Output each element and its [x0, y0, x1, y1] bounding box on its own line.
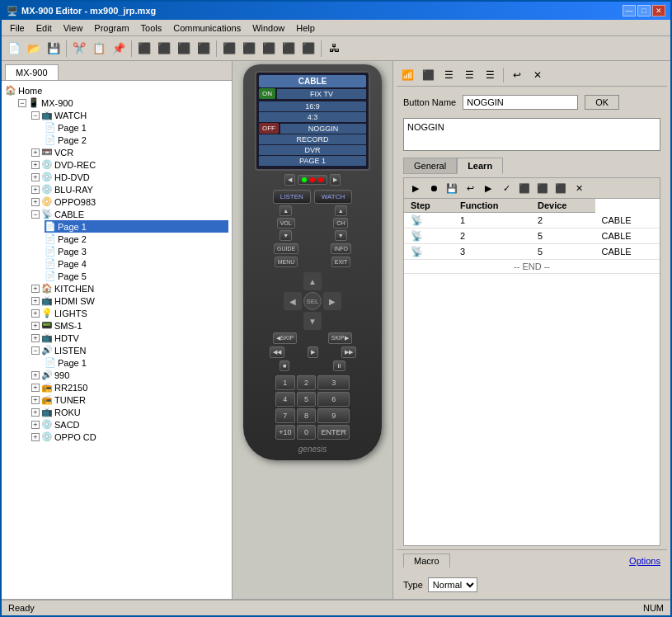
tree-cable-p2[interactable]: 📄 Page 2: [45, 233, 228, 245]
toolbar-b9[interactable]: ⬛: [299, 40, 317, 58]
expand-vcr[interactable]: +: [31, 148, 40, 157]
toolbar-b8[interactable]: ⬛: [280, 40, 298, 58]
toolbar-paste[interactable]: 📌: [110, 40, 128, 58]
expand-kitchen[interactable]: +: [31, 285, 40, 293]
button-name-input[interactable]: [463, 95, 578, 110]
remote-ff[interactable]: ▶▶: [341, 346, 356, 358]
expand-sacd[interactable]: +: [31, 421, 40, 429]
menu-view[interactable]: View: [59, 22, 88, 34]
expand-sms1[interactable]: +: [31, 322, 40, 330]
steps-play[interactable]: ▶: [407, 180, 424, 196]
menu-program[interactable]: Program: [89, 22, 134, 34]
remote-43[interactable]: 4:3: [259, 112, 366, 122]
toolbar-b7[interactable]: ⬛: [260, 40, 278, 58]
remote-num5[interactable]: 5: [297, 392, 317, 407]
expand-rr2150[interactable]: +: [31, 384, 40, 392]
tree-cable-p4[interactable]: 📄 Page 4: [45, 257, 228, 270]
expand-listen[interactable]: −: [31, 346, 40, 355]
tree-990[interactable]: + 🔊 990: [31, 369, 228, 381]
remote-noggin[interactable]: NOGGIN: [280, 124, 366, 134]
menu-file[interactable]: File: [5, 22, 30, 34]
tab-general[interactable]: General: [403, 158, 457, 174]
type-select[interactable]: Normal Toggle Macro: [428, 577, 477, 592]
remote-pause[interactable]: ⏸: [333, 360, 345, 371]
remote-exit[interactable]: EXIT: [331, 257, 351, 267]
remote-listen-btn[interactable]: LISTEN: [273, 190, 311, 204]
remote-num-enter[interactable]: ENTER: [317, 425, 350, 440]
tree-listen-p1[interactable]: 📄 Page 1: [45, 356, 228, 369]
expand-bluray[interactable]: +: [31, 186, 40, 194]
rt-b4[interactable]: ☰: [481, 66, 499, 84]
remote-watch-btn[interactable]: WATCH: [314, 190, 352, 204]
minimize-button[interactable]: —: [623, 5, 636, 16]
steps-b2[interactable]: ▶: [480, 180, 496, 196]
remote-page-next[interactable]: ▶: [330, 174, 341, 186]
steps-record[interactable]: ⏺: [425, 180, 442, 196]
expand-lights[interactable]: +: [31, 309, 40, 318]
remote-menu[interactable]: MENU: [275, 257, 298, 267]
rt-b1[interactable]: ⬛: [419, 66, 437, 84]
remote-skip-fwd[interactable]: SKIP▶: [328, 332, 352, 344]
tree-watch[interactable]: − 📺 WATCH: [31, 109, 228, 121]
menu-help[interactable]: Help: [291, 22, 320, 34]
remote-fixtv[interactable]: FIX TV: [277, 89, 366, 99]
macro-tab[interactable]: Macro: [403, 553, 450, 568]
toolbar-save[interactable]: 💾: [45, 40, 63, 58]
remote-info[interactable]: INFO: [331, 243, 351, 254]
menu-edit[interactable]: Edit: [31, 22, 57, 34]
table-row[interactable]: 📡 3 5 CABLE: [404, 244, 660, 260]
tree-hddvd[interactable]: + 💿 HD-DVD: [31, 171, 228, 183]
remote-dpad-select[interactable]: SEL: [303, 292, 322, 310]
remote-rew[interactable]: ◀◀: [270, 346, 284, 358]
rt-close[interactable]: ✕: [529, 66, 547, 84]
remote-screen-cable[interactable]: CABLE: [259, 75, 366, 87]
rt-wifi[interactable]: 📶: [398, 66, 416, 84]
remote-dpad-right[interactable]: ▶: [323, 292, 341, 310]
table-row[interactable]: 📡 1 2 CABLE: [404, 213, 660, 228]
menu-communications[interactable]: Communications: [168, 22, 246, 34]
toolbar-b1[interactable]: ⬛: [135, 40, 153, 58]
toolbar-copy[interactable]: 📋: [90, 40, 108, 58]
tree-hdmisw[interactable]: + 📺 HDMI SW: [31, 294, 228, 307]
remote-vol-down[interactable]: ▼: [280, 230, 292, 241]
tree-rr2150[interactable]: + 📻 RR2150: [31, 381, 228, 393]
tree-cable-p5[interactable]: 📄 Page 5: [45, 270, 228, 282]
tree-bluray[interactable]: + 💿 BLU-RAY: [31, 183, 228, 195]
remote-dpad-up[interactable]: ▲: [303, 272, 322, 290]
tree-lights[interactable]: + 💡 LIGHTS: [31, 307, 228, 319]
tree-watch-p2[interactable]: 📄 Page 2: [45, 134, 228, 146]
expand-hddvd[interactable]: +: [31, 173, 40, 181]
remote-off-btn[interactable]: OFF: [259, 123, 279, 134]
rt-b2[interactable]: ☰: [439, 66, 458, 84]
remote-dpad-down[interactable]: ▼: [303, 312, 322, 330]
remote-vol-up[interactable]: ▲: [280, 205, 292, 216]
tree-cable-p1[interactable]: 📄 Page 1: [45, 220, 228, 233]
remote-num6[interactable]: 6: [317, 392, 350, 407]
remote-play[interactable]: ▶: [308, 346, 318, 358]
tree-vcr[interactable]: + 📼 VCR: [31, 146, 228, 158]
tree-home[interactable]: 🏠 Home: [5, 84, 228, 97]
tree-watch-p1[interactable]: 📄 Page 1: [45, 121, 228, 134]
remote-dpad-left[interactable]: ◀: [284, 292, 302, 310]
toolbar-b10[interactable]: 🖧: [325, 40, 343, 58]
steps-b3[interactable]: ✓: [498, 180, 515, 196]
remote-on-btn[interactable]: ON: [259, 88, 275, 99]
remote-stop[interactable]: ■: [280, 360, 289, 371]
remote-ch-down[interactable]: ▼: [335, 230, 347, 241]
remote-num1[interactable]: 1: [275, 375, 295, 390]
expand-dvdrec[interactable]: +: [31, 161, 40, 169]
steps-close[interactable]: ✕: [571, 180, 587, 196]
expand-cable[interactable]: −: [31, 210, 40, 219]
expand-tuner[interactable]: +: [31, 396, 40, 404]
rt-undo[interactable]: ↩: [508, 66, 526, 84]
tree-listen[interactable]: − 🔊 LISTEN: [31, 344, 228, 356]
toolbar-cut[interactable]: ✂️: [70, 40, 88, 58]
toolbar-b3[interactable]: ⬛: [175, 40, 193, 58]
remote-169[interactable]: 16:9: [259, 101, 366, 111]
tree-dvdrec[interactable]: + 💿 DVD-REC: [31, 158, 228, 171]
toolbar-b4[interactable]: ⬛: [195, 40, 213, 58]
steps-b1[interactable]: ↩: [462, 180, 478, 196]
menu-tools[interactable]: Tools: [136, 22, 167, 34]
tree-kitchen[interactable]: + 🏠 KITCHEN: [31, 282, 228, 294]
remote-page1[interactable]: PAGE 1: [259, 156, 366, 166]
